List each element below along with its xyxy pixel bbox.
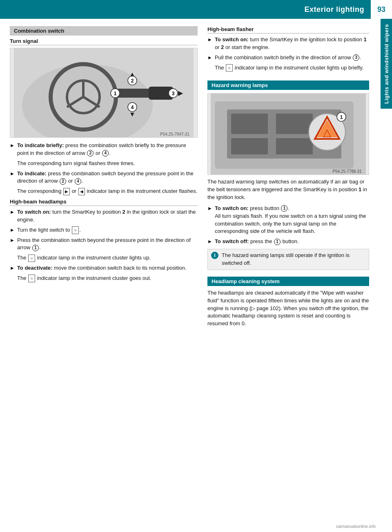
right-column: High-beam flasher ► To switch on: turn t…	[207, 26, 384, 330]
headlamp-cleaning-text: The headlamps are cleaned automatically …	[207, 289, 369, 328]
high-beam-headlamps-title: High-beam headlamps	[10, 199, 198, 206]
bullet-arrow-8: ►	[207, 54, 212, 61]
svg-text:△: △	[323, 126, 331, 139]
svg-rect-25	[276, 114, 313, 134]
flasher-switch-on-text: To switch on: turn the SmartKey in the i…	[215, 36, 369, 51]
headlamp-turn-light: ► Turn the light switch to ☼.	[10, 226, 198, 234]
indicate-note: The corresponding ▶ or ◀ indicator lamp …	[10, 188, 198, 195]
svg-rect-24	[231, 114, 268, 134]
page-title: Exterior lighting	[0, 5, 371, 14]
headlamp-deactivate: ► To deactivate: move the combination sw…	[10, 264, 198, 272]
svg-text:1: 1	[114, 91, 117, 96]
headlamp-switch-on: ► To switch on: turn the SmartKey to pos…	[10, 208, 198, 224]
hazard-info-note: i The hazard warning lamps still operate…	[207, 249, 369, 270]
bullet-arrow-1: ►	[10, 142, 15, 149]
headlamp-press-note: The ☼ indicator lamp in the instrument c…	[10, 254, 198, 262]
turn-signal-title: Turn signal	[10, 38, 198, 45]
hazard-info-text: The hazard warning lamps still operate i…	[222, 252, 365, 267]
flasher-section: ► To switch on: turn the SmartKey in the…	[207, 36, 369, 72]
bullet-arrow-6: ►	[10, 265, 15, 272]
bullet-arrow-10: ►	[207, 238, 212, 245]
flasher-pull-text: Pull the combination switch briefly in t…	[215, 54, 369, 62]
info-icon: i	[211, 252, 218, 259]
indicate-briefly-text: To indicate briefly: press the combinati…	[17, 142, 198, 157]
bullet-arrow-3: ►	[10, 209, 15, 216]
combination-switch-header: Combination switch	[10, 26, 198, 36]
flasher-pull: ► Pull the combination switch briefly in…	[207, 54, 369, 62]
bullet-arrow-9: ►	[207, 205, 212, 212]
hazard-warning-header: Hazard warning lamps	[207, 80, 369, 90]
hazard-switch-off-text: To switch off: press the 1 button.	[215, 238, 369, 246]
high-beam-flasher-title: High-beam flasher	[207, 26, 369, 34]
indicate-briefly-note: The corresponding turn signal flashes th…	[10, 160, 198, 168]
headlamp-cleaning-header: Headlamp cleaning system	[207, 277, 369, 286]
headlamp-turn-light-text: Turn the light switch to ☼.	[17, 226, 198, 234]
svg-text:1: 1	[340, 114, 343, 120]
bullet-arrow-2: ►	[10, 170, 15, 177]
svg-text:3: 3	[172, 91, 175, 96]
flasher-switch-on: ► To switch on: turn the SmartKey in the…	[207, 36, 369, 51]
headlamp-press-combo: ► Press the combination switch beyond th…	[10, 237, 198, 252]
svg-text:▼: ▼	[129, 111, 136, 118]
svg-text:2: 2	[131, 78, 134, 84]
bullet-arrow-5: ►	[10, 237, 15, 244]
svg-text:4: 4	[131, 105, 134, 110]
svg-text:▲: ▲	[129, 71, 136, 78]
hazard-warning-diagram: △ 1 P54.25-7786-31	[207, 93, 369, 175]
hazard-bullets: ► To switch on: press button 1. All turn…	[207, 205, 369, 246]
bullet-arrow-4: ►	[10, 227, 15, 234]
turn-signal-diagram: 1 2 ▲ 3 ▶ 4 ▼	[10, 48, 198, 138]
svg-text:P54.25-7947-31: P54.25-7947-31	[160, 132, 189, 136]
indicate-briefly-item: ► To indicate briefly: press the combina…	[10, 142, 198, 157]
svg-text:P54.25-7786-31: P54.25-7786-31	[332, 169, 362, 174]
page-number: 93	[371, 0, 392, 19]
hazard-switch-off: ► To switch off: press the 1 button.	[207, 238, 369, 246]
turn-signal-svg: 1 2 ▲ 3 ▶ 4 ▼	[10, 48, 197, 138]
bullet-arrow-7: ►	[207, 36, 212, 43]
main-content: Combination switch Turn signal	[0, 19, 392, 338]
svg-rect-26	[231, 138, 268, 154]
high-beam-headlamps-section: ► To switch on: turn the SmartKey to pos…	[10, 208, 198, 282]
indicate-briefly-section: ► To indicate briefly: press the combina…	[10, 142, 198, 195]
hazard-intro: The hazard warning lamp switches on auto…	[207, 178, 369, 201]
indicate-item: ► To indicate: press the combination swi…	[10, 170, 198, 186]
indicate-text: To indicate: press the combination switc…	[17, 170, 198, 186]
headlamp-press-combo-text: Press the combination switch beyond the …	[17, 237, 198, 252]
footer-logo: carmanualsonline.info	[336, 524, 376, 529]
hazard-switch-on-text: To switch on: press button 1. All turn s…	[215, 205, 369, 235]
flasher-pull-note: The ☼ indicator lamp in the instrument c…	[207, 64, 369, 72]
hazard-switch-on: ► To switch on: press button 1. All turn…	[207, 205, 369, 235]
svg-text:▶: ▶	[178, 89, 183, 96]
headlamp-deactivate-text: To deactivate: move the combination swit…	[17, 264, 198, 272]
headlamp-switch-on-text: To switch on: turn the SmartKey to posit…	[17, 208, 198, 224]
headlamp-deactivate-note: The ☼ indicator lamp in the instrument c…	[10, 275, 198, 282]
header-bar: Exterior lighting 93	[0, 0, 392, 19]
hazard-svg: △ 1 P54.25-7786-31	[208, 93, 369, 175]
svg-rect-27	[276, 138, 313, 154]
left-column: Combination switch Turn signal	[10, 26, 198, 330]
